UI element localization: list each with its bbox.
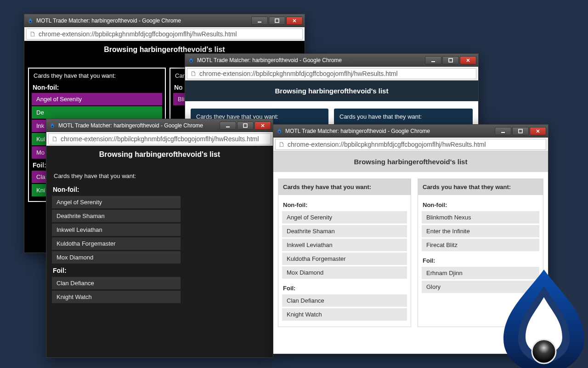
page-icon: 🗋 (190, 70, 197, 77)
card-row[interactable]: Kuldotha Forgemaster (52, 237, 181, 250)
address-bar: 🗋 chrome-extension://bpbilcpkghnmbfdjcgf… (46, 132, 273, 146)
card-row[interactable]: Deathrite Shaman (282, 225, 407, 237)
card-row[interactable]: Inkwell Leviathan (52, 224, 181, 236)
window-title: MOTL Trade Matcher: harbingerofthevoid -… (58, 122, 220, 129)
titlebar[interactable]: MOTL Trade Matcher: harbingerofthevoid -… (46, 119, 273, 132)
address-bar: 🗋 chrome-extension://bpbilcpkghnmbfdjcgf… (24, 27, 305, 41)
close-button[interactable] (530, 127, 546, 135)
minimize-button[interactable] (251, 17, 268, 25)
card-row[interactable]: Mox Diamond (52, 251, 181, 264)
url-field[interactable]: 🗋 chrome-extension://bpbilcpkghnmbfdjcgf… (187, 68, 476, 79)
panel-left-title: Cards they have that you want: (278, 179, 411, 195)
page-icon: 🗋 (278, 141, 285, 148)
flame-favicon (188, 57, 194, 63)
flame-favicon (27, 17, 34, 24)
card-row[interactable]: Enter the Infinite (422, 225, 539, 237)
card-row[interactable]: Angel of Serenity (52, 196, 181, 208)
maximize-button[interactable] (442, 56, 459, 64)
url-text: chrome-extension://bpbilcpkghnmbfdjcgffc… (61, 135, 259, 143)
card-row[interactable]: Blinkmoth Nexus (422, 211, 539, 224)
svg-rect-5 (449, 58, 452, 62)
svg-point-0 (29, 21, 31, 23)
group-foil: Foil: (282, 280, 407, 294)
card-row[interactable]: Mox Diamond (282, 266, 407, 279)
page-icon: 🗋 (51, 135, 58, 143)
page-heading: Browsing harbingerofthevoid's list (273, 151, 548, 172)
group-foil: Foil: (422, 253, 539, 267)
card-row[interactable]: Knight Watch (282, 308, 407, 321)
group-nonfoil: Non-foil: (422, 197, 539, 211)
window-title: MOTL Trade Matcher: harbingerofthevoid -… (36, 17, 251, 24)
window-title: MOTL Trade Matcher: harbingerofthevoid -… (285, 128, 495, 134)
card-row[interactable]: Angel of Serenity (282, 211, 407, 224)
url-text: chrome-extension://bpbilcpkghnmbfdjcgffc… (288, 141, 486, 148)
minimize-button[interactable] (425, 56, 441, 64)
panel-right-title: Cards you have that they want: (334, 109, 473, 125)
page-heading: Browsing harbingerofthevoid's list (185, 80, 478, 101)
card-row[interactable]: Angel of Serenity (32, 93, 162, 105)
titlebar[interactable]: MOTL Trade Matcher: harbingerofthevoid -… (273, 125, 548, 138)
card-row[interactable]: Clan Defiance (52, 277, 181, 289)
address-bar: 🗋 chrome-extension://bpbilcpkghnmbfdjcgf… (185, 67, 478, 80)
svg-rect-2 (275, 19, 279, 23)
card-row[interactable]: Firecat Blitz (422, 239, 539, 251)
card-row[interactable]: De (32, 106, 162, 119)
group-nonfoil: Non-foil: (32, 82, 162, 93)
panel-right-title: Cards you have that they want: (418, 179, 543, 195)
minimize-button[interactable] (220, 121, 236, 130)
url-field[interactable]: 🗋 chrome-extension://bpbilcpkghnmbfdjcgf… (48, 133, 271, 144)
svg-rect-1 (258, 22, 261, 23)
group-nonfoil: Non-foil: (282, 197, 407, 211)
close-button[interactable] (254, 121, 271, 130)
card-row[interactable]: Deathrite Shaman (52, 210, 181, 222)
card-row[interactable]: Clan Defiance (282, 294, 407, 307)
titlebar[interactable]: MOTL Trade Matcher: harbingerofthevoid -… (24, 14, 305, 27)
maximize-button[interactable] (512, 127, 529, 135)
svg-rect-4 (431, 61, 435, 62)
svg-point-6 (51, 126, 53, 127)
url-field[interactable]: 🗋 chrome-extension://bpbilcpkghnmbfdjcgf… (26, 29, 303, 40)
panel-left-title: Cards they have that you want: (52, 172, 181, 184)
card-row[interactable]: Kuldotha Forgemaster (282, 253, 407, 265)
url-field[interactable]: 🗋 chrome-extension://bpbilcpkghnmbfdjcgf… (275, 139, 546, 150)
svg-rect-11 (519, 129, 522, 133)
close-button[interactable] (286, 17, 303, 25)
url-text: chrome-extension://bpbilcpkghnmbfdjcgffc… (199, 70, 398, 77)
url-text: chrome-extension://bpbilcpkghnmbfdjcgffc… (39, 30, 237, 38)
flame-favicon (276, 128, 283, 134)
svg-rect-10 (501, 132, 505, 133)
flame-logo (498, 268, 588, 368)
page-heading: Browsing harbingerofthevoid's list (46, 146, 273, 163)
page-icon: 🗋 (29, 30, 36, 38)
group-foil: Foil: (52, 265, 181, 277)
svg-point-12 (532, 339, 556, 363)
titlebar[interactable]: MOTL Trade Matcher: harbingerofthevoid -… (185, 54, 478, 67)
card-row[interactable]: Inkwell Leviathan (282, 239, 407, 251)
svg-rect-8 (243, 124, 247, 127)
group-nonfoil: Non-foil: (52, 184, 181, 196)
address-bar: 🗋 chrome-extension://bpbilcpkghnmbfdjcgf… (273, 138, 548, 151)
window-title: MOTL Trade Matcher: harbingerofthevoid -… (197, 57, 425, 63)
flame-favicon (49, 122, 56, 129)
maximize-button[interactable] (237, 121, 254, 130)
panel-left-title: Cards they have that you want: (32, 70, 162, 82)
svg-point-9 (278, 131, 280, 133)
card-row[interactable]: Knight Watch (52, 291, 181, 303)
maximize-button[interactable] (269, 17, 285, 25)
minimize-button[interactable] (495, 127, 511, 135)
close-button[interactable] (460, 56, 476, 64)
window-dark: MOTL Trade Matcher: harbingerofthevoid -… (46, 119, 273, 358)
svg-point-3 (190, 60, 192, 62)
svg-rect-7 (226, 126, 230, 127)
